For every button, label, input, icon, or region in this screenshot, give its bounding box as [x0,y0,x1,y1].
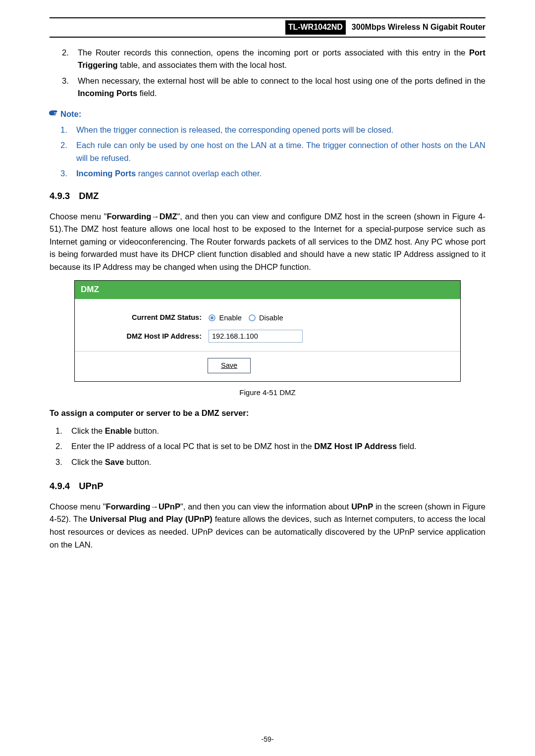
list-number: 1. [55,425,62,438]
dmz-assign-heading: To assign a computer or server to be a D… [50,407,485,420]
save-button[interactable]: Save [208,358,251,373]
status-label: Current DMZ Status: [76,309,205,327]
upnp-description: Choose menu "Forwarding→UPnP", and then … [50,501,485,551]
list-item: 1. Click the Enable button. [55,425,485,438]
note-list: 1. When the trigger connection is releas… [50,124,485,180]
figure-caption: Figure 4-51 DMZ [50,387,485,398]
list-number: 1. [60,124,67,137]
section-heading-dmz: 4.9.3DMZ [50,189,485,203]
list-text: Enter the IP address of a local PC that … [71,442,417,451]
page-number: -59- [0,734,535,745]
list-item: 3. When necessary, the external host wil… [62,75,485,100]
list-item: 1. When the trigger connection is releas… [60,124,485,137]
list-number: 3. [55,456,62,469]
note-heading: Note: [60,108,485,121]
list-text: Each rule can only be used by one host o… [76,141,485,162]
list-item: 2. Enter the IP address of a local PC th… [55,440,485,453]
ip-label: DMZ Host IP Address: [76,327,205,345]
enable-radio-label: Enable [219,314,242,322]
list-text: Click the Save button. [71,457,151,466]
section-heading-upnp: 4.9.4UPnP [50,479,485,494]
disable-radio[interactable] [249,314,256,321]
dmz-description: Choose menu "Forwarding→DMZ", and then y… [50,210,485,274]
list-text: When necessary, the external host will b… [78,76,485,98]
dmz-screenshot: DMZ Current DMZ Status: Enable Disable D… [74,280,461,381]
dmz-panel-title: DMZ [75,281,460,300]
dmz-assign-steps: 1. Click the Enable button. 2. Enter the… [50,425,485,469]
list-number: 2. [60,139,67,152]
list-item: 2. The Router records this connection, o… [62,47,485,72]
list-number: 3. [62,75,69,88]
note-block: Note: 1. When the trigger connection is … [50,108,485,180]
list-item: 3. Click the Save button. [55,456,485,469]
model-badge: TL-WR1042ND [285,20,346,35]
list-text: Incoming Ports ranges cannot overlap eac… [76,169,262,178]
list-item: 3. Incoming Ports ranges cannot overlap … [60,167,485,180]
disable-radio-label: Disable [259,314,283,322]
pointing-hand-icon [49,109,58,117]
list-item: 2. Each rule can only be used by one hos… [60,139,485,164]
list-text: When the trigger connection is released,… [76,125,393,134]
list-number: 2. [55,440,62,453]
page-header: TL-WR1042ND 300Mbps Wireless N Gigabit R… [50,17,485,38]
list-number: 2. [62,47,69,59]
status-options: Enable Disable [206,309,306,327]
dmz-form: Current DMZ Status: Enable Disable DMZ H… [75,308,307,347]
list-number: 3. [60,167,67,180]
dmz-ip-input[interactable] [209,330,303,343]
dmz-panel-body: Current DMZ Status: Enable Disable DMZ H… [75,300,460,381]
port-triggering-steps: 2. The Router records this connection, o… [50,47,485,100]
list-text: The Router records this connection, open… [78,48,485,70]
enable-radio[interactable] [209,314,215,321]
list-text: Click the Enable button. [71,426,159,435]
model-tagline: 300Mbps Wireless N Gigabit Router [352,21,485,34]
